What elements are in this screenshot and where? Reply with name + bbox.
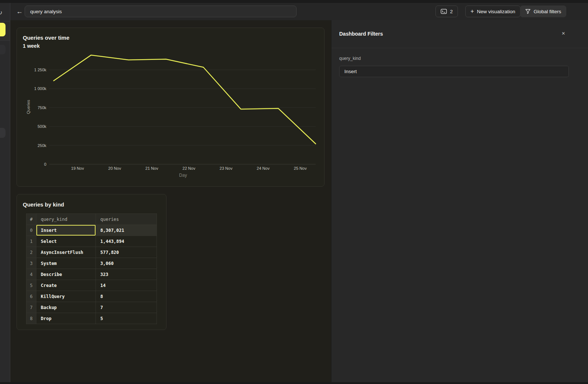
column-header-query-kind: query_kind xyxy=(36,214,96,225)
query-kind-filter-input[interactable] xyxy=(339,66,569,77)
global-filters-button[interactable]: Global filters xyxy=(520,6,566,17)
query-kind-cell[interactable]: KillQuery xyxy=(36,291,96,302)
sidebar-tab[interactable] xyxy=(0,45,6,54)
table-row: 6KillQuery8 xyxy=(26,291,157,302)
queries-over-time-panel: Queries over time 1 week 0250k500k750k1 … xyxy=(17,28,325,187)
table-row: 0Insert8,307,021 xyxy=(26,225,157,236)
query-kind-cell[interactable]: Backup xyxy=(36,302,96,313)
row-index-cell: 3 xyxy=(26,258,36,269)
sidebar-tab-active[interactable] xyxy=(0,23,6,36)
queries-by-kind-panel: Queries by kind # query_kind queries 0In… xyxy=(17,194,166,330)
queries-line-series xyxy=(54,55,316,144)
filters-panel-title: Dashboard Filters xyxy=(339,31,383,37)
queries-over-time-chart: 0250k500k750k1 000k1 250k19 Nov20 Nov21 … xyxy=(17,50,325,182)
table-row: 1Select1,443,894 xyxy=(26,236,157,247)
chart-title: Queries over time xyxy=(23,35,69,41)
x-axis-title: Day xyxy=(179,173,187,178)
y-tick-label: 750k xyxy=(37,105,46,110)
queries-value-cell[interactable]: 8 xyxy=(96,291,157,302)
column-header-queries: queries xyxy=(96,214,157,225)
queries-value-cell[interactable]: 1,443,894 xyxy=(96,236,157,247)
back-arrow-button[interactable]: ← xyxy=(15,7,24,16)
row-index-cell: 7 xyxy=(26,302,36,313)
column-header-index: # xyxy=(26,214,36,225)
x-tick-label: 22 Nov xyxy=(183,166,196,171)
queries-value-cell[interactable]: 14 xyxy=(96,280,157,291)
table-row: 2AsyncInsertFlush577,820 xyxy=(26,247,157,258)
query-kind-cell[interactable]: System xyxy=(36,258,96,269)
query-kind-cell[interactable]: AsyncInsertFlush xyxy=(36,247,96,258)
row-index-cell: 6 xyxy=(26,291,36,302)
new-visualization-label: New visualization xyxy=(477,9,515,14)
sidebar-tab[interactable] xyxy=(0,128,6,138)
row-index-cell: 8 xyxy=(26,313,36,324)
chart-subtitle: 1 week xyxy=(23,43,40,49)
refresh-icon[interactable]: ↻ xyxy=(0,10,2,16)
query-kind-cell[interactable]: Drop xyxy=(36,313,96,324)
x-tick-label: 20 Nov xyxy=(108,166,121,171)
y-tick-label: 0 xyxy=(44,162,46,166)
table-row: 7Backup7 xyxy=(26,302,157,313)
terminal-icon xyxy=(441,9,447,14)
table-row: 4Describe323 xyxy=(26,269,157,280)
top-edge-strip xyxy=(0,0,588,3)
queries-value-cell[interactable]: 5 xyxy=(96,313,157,324)
queries-by-kind-table: # query_kind queries 0Insert8,307,0211Se… xyxy=(26,213,157,324)
query-kind-cell[interactable]: Insert xyxy=(36,225,96,236)
row-index-cell: 0 xyxy=(26,225,36,236)
query-kind-cell[interactable]: Select xyxy=(36,236,96,247)
x-tick-label: 23 Nov xyxy=(220,166,233,171)
queries-value-cell[interactable]: 8,307,021 xyxy=(96,225,157,236)
queries-value-cell[interactable]: 3,060 xyxy=(96,258,157,269)
query-kind-filter-label: query_kind xyxy=(339,56,361,61)
x-tick-label: 21 Nov xyxy=(146,166,158,171)
close-icon[interactable]: ✕ xyxy=(562,31,565,36)
row-index-cell: 4 xyxy=(26,269,36,280)
y-tick-label: 1 000k xyxy=(34,86,47,91)
filters-divider xyxy=(331,48,588,48)
row-index-cell: 2 xyxy=(26,247,36,258)
plus-icon: + xyxy=(470,8,474,14)
table-header-row: # query_kind queries xyxy=(26,214,157,225)
line-chart-svg: 0250k500k750k1 000k1 250k19 Nov20 Nov21 … xyxy=(17,50,325,182)
queries-value-cell[interactable]: 7 xyxy=(96,302,157,313)
y-tick-label: 500k xyxy=(37,124,46,129)
x-tick-label: 24 Nov xyxy=(257,166,270,171)
query-kind-cell[interactable]: Create xyxy=(36,280,96,291)
sidebar-divider xyxy=(0,40,10,41)
dashboard-filters-panel: Dashboard Filters ✕ query_kind xyxy=(331,20,588,382)
funnel-icon xyxy=(525,9,531,14)
x-tick-label: 19 Nov xyxy=(71,166,84,171)
left-sidebar: ↻ xyxy=(0,3,10,384)
bottom-edge-strip xyxy=(0,382,588,384)
x-tick-label: 25 Nov xyxy=(294,166,307,171)
queries-value-cell[interactable]: 323 xyxy=(96,269,157,280)
dashboard-title-input[interactable] xyxy=(25,6,297,17)
y-axis-title: Queries xyxy=(26,100,31,114)
y-tick-label: 250k xyxy=(37,143,46,148)
global-filters-label: Global filters xyxy=(534,9,561,14)
table-row: 8Drop5 xyxy=(26,313,157,324)
row-index-cell: 1 xyxy=(26,236,36,247)
new-visualization-button[interactable]: + New visualization xyxy=(465,6,520,17)
console-count: 2 xyxy=(450,9,453,14)
sidebar-divider xyxy=(0,21,10,21)
row-index-cell: 5 xyxy=(26,280,36,291)
table-row: 5Create14 xyxy=(26,280,157,291)
console-count-button[interactable]: 2 xyxy=(435,6,458,17)
query-kind-cell[interactable]: Describe xyxy=(36,269,96,280)
table-title: Queries by kind xyxy=(23,201,64,208)
queries-value-cell[interactable]: 577,820 xyxy=(96,247,157,258)
top-bar: ← 2 + New visualization Global filters xyxy=(10,3,588,20)
table-row: 3System3,060 xyxy=(26,258,157,269)
y-tick-label: 1 250k xyxy=(34,68,47,72)
